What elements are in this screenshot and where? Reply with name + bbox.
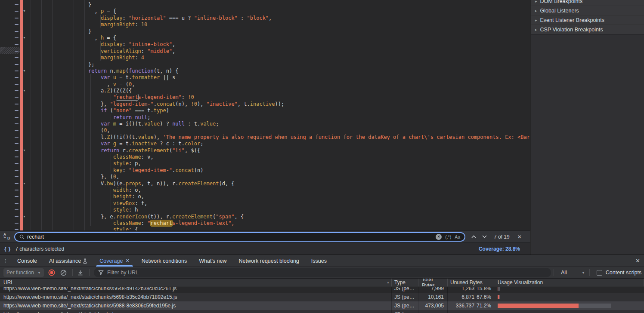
close-drawer-icon[interactable]: ✕ [635,258,640,264]
drawer-menu-icon[interactable]: ⋮ [0,255,11,267]
close-tab-icon[interactable]: ✕ [125,258,129,264]
line-marker [15,97,19,98]
match-case-toggle[interactable]: Aa [455,234,460,239]
code-line[interactable]: className: v, [0,153,530,160]
table-row[interactable]: https://www.web-memo.site/_next/static/c… [0,301,644,310]
code-line[interactable]: var u = t.formatter || s [0,74,530,80]
code-line[interactable]: width: o, [0,187,530,193]
column-header-url[interactable]: URL ▲ [0,279,392,286]
code-line[interactable]: verticalAlign: "middle", [0,48,530,54]
code-text: viewBox: f, [88,200,147,206]
fold-arrow-icon[interactable]: ▼ [23,36,26,40]
code-line[interactable]: ▼ return r.createElement("li", $({ [0,147,530,153]
tab-console[interactable]: Console [11,255,43,267]
code-line[interactable]: style: h [0,206,530,213]
column-header-total-bytes[interactable]: Total Bytes [418,279,448,286]
record-coverage-button[interactable] [47,268,56,277]
code-line[interactable]: if ("none" === t.type) [0,107,530,114]
line-marker [15,216,19,217]
code-line[interactable]: ▼ V.bw)(e.props, t, n)), r.createElement… [0,180,530,187]
column-header-usage-visualization[interactable]: Usage Visualization [494,279,644,286]
code-line[interactable]: return null; [0,114,530,120]
type-filter-select[interactable]: All ▼ [561,270,585,276]
code-line[interactable]: height: o, [0,193,530,199]
tab-issues[interactable]: Issues [305,255,333,267]
table-row[interactable]: https://www.web-memo.site/_next/static/c… [0,310,644,313]
table-row[interactable]: https://www.web-memo.site/_next/static/c… [0,287,644,293]
pretty-print-icon[interactable]: { } [4,246,11,252]
fold-arrow-icon[interactable]: ▼ [23,181,26,186]
export-coverage-icon[interactable] [76,268,85,277]
code-line[interactable]: ▼return n.map(function(t, n) { [0,68,530,74]
code-line[interactable]: (0, [0,127,530,133]
column-header-unused-bytes[interactable]: Unused Bytes [448,279,494,286]
experiment-flask-icon [83,258,87,264]
tab-coverage[interactable]: Coverage✕ [93,255,135,267]
fold-arrow-icon[interactable]: ▼ [23,9,26,13]
line-marker [15,123,19,124]
tab-ai-assistance[interactable]: AI assistance [43,255,93,267]
clear-search-icon[interactable]: ✕ [436,234,442,240]
code-line[interactable]: , v = (0, [0,81,530,87]
coverage-percentage-link[interactable]: Coverage: 28.8% [479,246,520,252]
tab-network-request-blocking[interactable]: Network request blocking [232,255,305,267]
replace-toggle-icon[interactable]: A ↳ B [3,233,12,241]
tab-what-s-new[interactable]: What's new [193,255,232,267]
regex-toggle[interactable]: (.*) [445,234,451,239]
code-line[interactable]: } [0,1,530,8]
code-lines[interactable]: }▼ , p = { display: "horizontal" === u ?… [0,0,530,230]
clear-coverage-button[interactable] [59,268,68,277]
code-line[interactable]: style: p, [0,160,530,166]
sidebar-section-event-listener-breakpoints[interactable]: ▸Event Listener Breakpoints [531,15,644,25]
close-search-icon[interactable]: ✕ [517,234,522,240]
code-line[interactable]: ▼ , h = { [0,34,530,41]
code-line[interactable]: viewBox: f, [0,200,530,206]
code-line[interactable]: var m = i()(t.value) ? null : t.value; [0,120,530,127]
fold-arrow-icon[interactable]: ▼ [23,69,26,73]
cell-usage-visualization [494,310,644,313]
code-line[interactable]: className: "recharts-legend-item-text", [0,220,530,226]
coverage-table: URL ▲ Type Total Bytes Unused Bytes Usag… [0,279,644,313]
fold-arrow-icon[interactable]: ▼ [23,89,26,93]
code-line[interactable]: ▼ a.Z)(Z(Z({ [0,87,530,94]
content-scripts-checkbox[interactable] [597,270,602,276]
code-line[interactable]: l.Z)(!i()(t.value), 'The name property i… [0,134,530,140]
code-line[interactable]: } [0,28,530,34]
code-text: l.Z)(!i()(t.value), 'The name property i… [88,134,530,140]
code-line[interactable]: style: { [0,226,530,230]
fold-arrow-icon[interactable]: ▼ [23,215,26,219]
next-match-button[interactable] [482,235,487,238]
content-scripts-checkbox-group[interactable]: Content scripts [597,270,641,276]
code-text: key: "legend-item-".concat(n) [88,167,203,173]
search-input[interactable]: rechart [27,234,436,240]
code-line[interactable]: marginRight: 10 [0,21,530,28]
code-line[interactable]: }, (0, [0,173,530,180]
code-line[interactable]: key: "legend-item-".concat(n) [0,167,530,173]
search-input-pill[interactable]: rechart ✕ (.*) Aa [14,232,465,242]
editor-search-bar: A ↳ B rechart ✕ (.*) Aa 7 of 19 ✕ [0,230,530,242]
sidebar-section-dom-breakpoints[interactable]: ▸DOM Breakpoints [531,0,644,6]
sidebar-section-csp-violation-breakpoints[interactable]: ▸CSP Violation Breakpoints [531,25,644,34]
code-line[interactable]: display: "inline-block", [0,41,530,47]
code-line[interactable]: }, "legend-item-".concat(n), !0), "inact… [0,101,530,107]
tab-network-conditions[interactable]: Network conditions [136,255,193,267]
line-marker [15,11,19,12]
coverage-scope-select[interactable]: Per function ▼ [3,268,44,277]
column-header-type[interactable]: Type [392,279,418,286]
chevron-right-icon: ▸ [535,28,537,32]
url-filter-input[interactable]: Filter by URL [94,268,551,277]
code-line[interactable]: "recharts-legend-item": !0 [0,94,530,100]
code-line[interactable]: }; [0,61,530,68]
code-text: (0, [88,127,110,133]
cell-usage-visualization [494,301,644,310]
code-line[interactable]: marginRight: 4 [0,54,530,61]
code-line[interactable]: ▼ , p = { [0,8,530,14]
fold-arrow-icon[interactable]: ▼ [23,148,26,153]
sources-editor[interactable]: }▼ , p = { display: "horizontal" === u ?… [0,0,530,230]
sidebar-section-global-listeners[interactable]: ▸Global Listeners [531,6,644,15]
code-line[interactable]: display: "horizontal" === u ? "inline-bl… [0,15,530,21]
previous-match-button[interactable] [471,235,476,238]
code-line[interactable]: var g = t.inactive ? c : t.color; [0,140,530,147]
code-line[interactable]: ▼ }, e.renderIcon(t)), r.createElement("… [0,213,530,220]
table-row[interactable]: https://www.web-memo.site/_next/static/c… [0,293,644,301]
